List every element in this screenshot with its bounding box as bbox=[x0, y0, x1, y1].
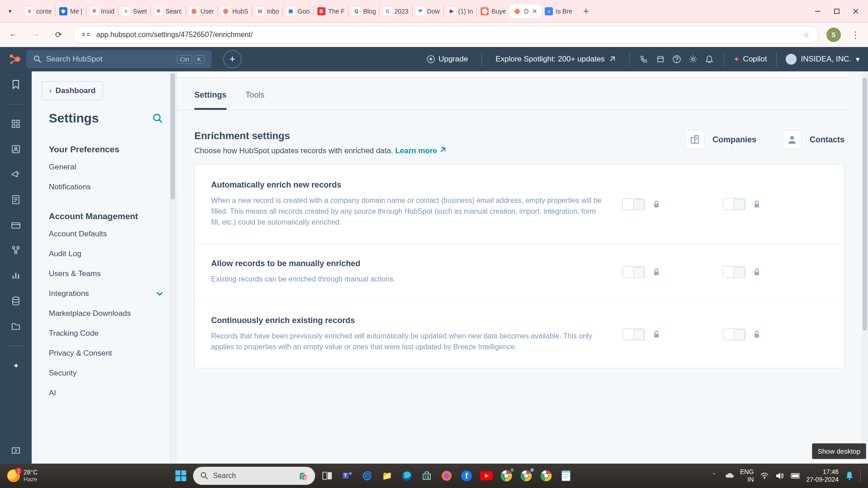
nav-forward-button[interactable]: → bbox=[28, 27, 43, 42]
nav-reload-button[interactable]: ⟳ bbox=[51, 27, 66, 42]
tray-volume-icon[interactable] bbox=[775, 471, 784, 480]
rail-content-icon[interactable] bbox=[10, 194, 22, 206]
hubspot-logo-icon[interactable] bbox=[8, 53, 21, 66]
start-button[interactable] bbox=[173, 468, 189, 483]
notifications-bell-icon[interactable] bbox=[704, 54, 715, 65]
hubspot-search-input[interactable]: Search HubSpot CtrlK bbox=[26, 50, 212, 68]
sidebar-item[interactable]: Audit Log bbox=[36, 244, 176, 264]
rail-library-icon[interactable] bbox=[10, 320, 22, 332]
rail-sparkle-icon[interactable]: ✦ bbox=[10, 360, 22, 371]
rail-commerce-icon[interactable] bbox=[10, 219, 22, 231]
taskbar-facebook-icon[interactable]: f bbox=[459, 468, 474, 483]
window-close-button[interactable] bbox=[852, 7, 860, 15]
tray-clock[interactable]: 17:4627-09-2024 bbox=[806, 468, 839, 483]
rail-automation-icon[interactable] bbox=[10, 244, 22, 256]
main-scrollbar[interactable] bbox=[862, 71, 868, 464]
contacts-toggle[interactable] bbox=[723, 328, 745, 340]
browser-tab[interactable]: #Swet bbox=[118, 5, 151, 18]
phone-icon[interactable] bbox=[639, 54, 650, 65]
browser-tab[interactable]: ▶(1) In bbox=[444, 5, 477, 18]
new-tab-button[interactable]: + bbox=[579, 5, 594, 17]
tray-notifications-icon[interactable] bbox=[845, 471, 854, 480]
browser-tab[interactable]: ⬤HubS bbox=[218, 5, 252, 18]
browser-tab[interactable]: BThe F bbox=[314, 5, 349, 18]
taskbar-chrome-1-icon[interactable] bbox=[499, 468, 514, 483]
browser-tab[interactable]: ⬤Buye bbox=[477, 5, 509, 18]
help-icon[interactable] bbox=[671, 54, 682, 65]
sidebar-item[interactable]: Notifications bbox=[36, 177, 176, 197]
browser-tab[interactable]: MInbo bbox=[252, 5, 283, 18]
upgrade-link[interactable]: Upgrade bbox=[422, 55, 472, 64]
browser-tab[interactable]: ❤Dow bbox=[413, 5, 443, 18]
rail-marketing-icon[interactable] bbox=[10, 169, 22, 180]
rail-data-icon[interactable] bbox=[10, 295, 22, 307]
browser-tab[interactable]: ≡Is Bre bbox=[541, 5, 576, 18]
sidebar-item[interactable]: Privacy & Consent bbox=[36, 343, 176, 363]
sidebar-search-icon[interactable] bbox=[152, 113, 163, 124]
taskbar-edge-icon[interactable] bbox=[399, 468, 415, 483]
back-to-dashboard-button[interactable]: ‹ Dashboard bbox=[42, 81, 103, 100]
sidebar-item[interactable]: AI bbox=[36, 383, 176, 403]
taskbar-firefox-icon[interactable] bbox=[439, 468, 454, 483]
spotlight-link[interactable]: Explore Spotlight: 200+ updates bbox=[491, 55, 620, 64]
companies-toggle[interactable] bbox=[623, 328, 645, 340]
window-minimize-button[interactable] bbox=[814, 7, 822, 15]
sidebar-scrollbar[interactable] bbox=[170, 71, 176, 464]
tray-battery-icon[interactable] bbox=[791, 471, 800, 480]
browser-tab[interactable]: G2023 bbox=[380, 5, 412, 18]
tabs-list-button[interactable]: ▾ bbox=[4, 5, 16, 18]
taskbar-notepad-icon[interactable] bbox=[558, 468, 574, 483]
create-button[interactable]: + bbox=[223, 50, 241, 68]
browser-tab[interactable]: ⬤User bbox=[186, 5, 218, 18]
taskbar-search[interactable]: Search 🛍️ bbox=[193, 467, 315, 485]
taskbar-store-icon[interactable] bbox=[419, 468, 434, 483]
browser-tab[interactable]: GBlog bbox=[349, 5, 379, 18]
browser-tab[interactable]: ⬤D✕ bbox=[509, 5, 541, 18]
sidebar-item[interactable]: General bbox=[36, 157, 176, 177]
tray-overflow-icon[interactable]: ˄ bbox=[709, 471, 718, 480]
taskbar-copilot-icon[interactable]: 🌀 bbox=[359, 468, 375, 483]
copilot-button[interactable]: ✦ Copilot bbox=[733, 55, 767, 64]
marketplace-icon[interactable] bbox=[655, 54, 666, 65]
tab-settings[interactable]: Settings bbox=[194, 90, 226, 110]
taskbar-explorer-icon[interactable]: 📁 bbox=[379, 468, 395, 483]
companies-toggle[interactable] bbox=[623, 266, 645, 278]
tab-close-icon[interactable]: ✕ bbox=[532, 8, 538, 15]
rail-contacts-icon[interactable] bbox=[10, 143, 22, 155]
tray-onedrive-icon[interactable] bbox=[725, 471, 734, 480]
browser-tab[interactable]: ◉Me | bbox=[56, 5, 86, 18]
sidebar-item[interactable]: Account Defaults bbox=[36, 224, 176, 244]
browser-tab[interactable]: ✱Insid bbox=[86, 5, 118, 18]
contacts-toggle[interactable] bbox=[723, 198, 745, 210]
tab-tools[interactable]: Tools bbox=[245, 90, 264, 110]
task-view-icon[interactable] bbox=[320, 468, 335, 483]
sidebar-item[interactable]: Marketplace Downloads bbox=[36, 304, 176, 324]
nav-back-button[interactable]: ← bbox=[5, 27, 21, 42]
sidebar-item[interactable]: Security bbox=[36, 363, 176, 383]
sidebar-item[interactable]: Tracking Code bbox=[36, 324, 176, 343]
taskbar-chrome-2-icon[interactable] bbox=[519, 468, 534, 483]
rail-bookmark-icon[interactable] bbox=[10, 79, 22, 90]
rail-collapse-icon[interactable] bbox=[10, 445, 22, 456]
sidebar-item[interactable]: Integrations bbox=[36, 284, 176, 304]
browser-tab[interactable]: ✱Searc bbox=[151, 5, 186, 18]
taskbar-weather[interactable]: 1 28°CHaze bbox=[7, 469, 38, 483]
rail-apps-icon[interactable] bbox=[10, 118, 22, 130]
browser-tab[interactable]: #conte bbox=[22, 5, 55, 18]
sidebar-item[interactable]: Users & Teams bbox=[36, 264, 176, 284]
browser-menu-button[interactable]: ⋮ bbox=[848, 29, 863, 40]
window-maximize-button[interactable] bbox=[833, 7, 841, 15]
site-info-icon[interactable] bbox=[81, 30, 91, 40]
learn-more-link[interactable]: Learn more bbox=[395, 146, 445, 155]
address-bar[interactable]: app.hubspot.com/settings/47526507/enrich… bbox=[73, 26, 819, 44]
tray-wifi-icon[interactable] bbox=[760, 471, 769, 480]
companies-toggle[interactable] bbox=[623, 198, 645, 210]
contacts-toggle[interactable] bbox=[723, 266, 745, 278]
taskbar-teams-icon[interactable]: T bbox=[340, 468, 355, 483]
bookmark-star-icon[interactable]: ☆ bbox=[802, 30, 811, 40]
browser-tab[interactable]: ▣Goo bbox=[283, 5, 313, 18]
browser-profile-button[interactable]: S bbox=[826, 28, 841, 42]
settings-gear-icon[interactable] bbox=[688, 54, 698, 65]
tray-language[interactable]: ENGIN bbox=[740, 468, 754, 483]
taskbar-youtube-icon[interactable] bbox=[479, 468, 494, 483]
